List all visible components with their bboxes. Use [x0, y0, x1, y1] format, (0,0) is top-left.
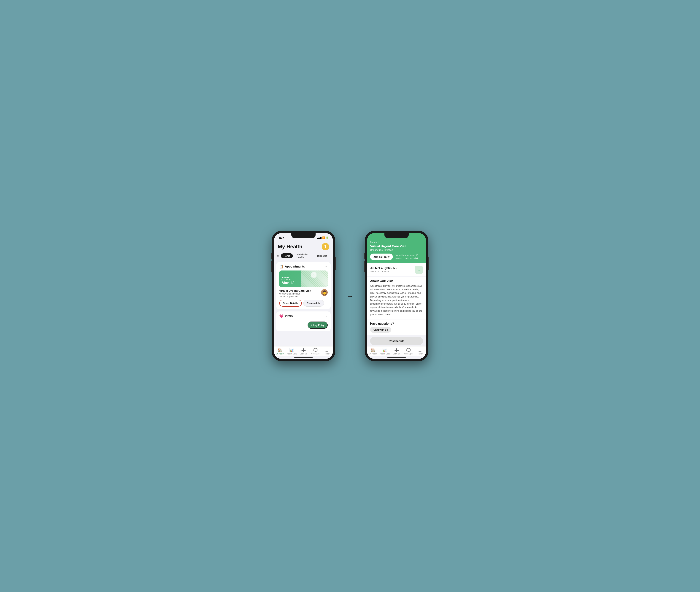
appointment-info: Virtual Urgent Care Visit Urinary tract …: [279, 289, 328, 298]
messages-icon: 💬: [313, 348, 317, 352]
detail-green-header: March 1 Virtual Urgent Care Visit Urinar…: [367, 238, 426, 263]
vitals-header: 💗 Vitals →: [279, 314, 328, 318]
tab-home[interactable]: Home: [281, 253, 293, 258]
home-icon: 🏠: [278, 348, 282, 352]
detail-visit-subtitle: Urinary tract infection: [370, 249, 423, 251]
tab-diabetes[interactable]: Diabetes: [315, 253, 330, 258]
right-nav-messages[interactable]: 💬 Messages: [402, 348, 414, 355]
appointments-header: 📋 Appointments →: [279, 264, 328, 268]
vitals-arrow-icon[interactable]: →: [325, 314, 328, 318]
detail-provider-name: Jill McLaughlin, NP: [370, 266, 397, 270]
status-time: 4:37: [279, 236, 284, 239]
detail-provider-role: Your Care Provider: [370, 270, 397, 273]
navigation-arrow: →: [346, 292, 354, 300]
appointment-date: Mar 12: [282, 281, 295, 285]
tab-metabolic-health[interactable]: Metabolic Health: [294, 252, 313, 260]
appointments-arrow-icon[interactable]: →: [325, 265, 328, 268]
battery-icon: 🔋: [326, 236, 329, 239]
provider-photo: 👩: [321, 289, 328, 296]
appointment-buttons: Show Details Reschedule: [279, 300, 328, 307]
reschedule-detail-button[interactable]: Reschedule: [370, 337, 423, 345]
arrow-container: →: [346, 292, 354, 300]
right-home-icon: 🏠: [371, 348, 375, 352]
nav-my-health-label: My Health: [276, 353, 284, 355]
nav-taylor-label: Taylor: [324, 353, 330, 355]
right-nav-health-data[interactable]: 📊 Health Data: [379, 348, 391, 355]
right-nav-messages-label: Messages: [404, 353, 412, 355]
reschedule-button[interactable]: Reschedule: [303, 300, 324, 307]
nav-messages[interactable]: 💬 Messages: [309, 348, 321, 355]
appointments-icon: 📋: [279, 264, 283, 268]
questions-card: Have questions? Chat with us: [367, 319, 426, 335]
left-phone-screen: 4:37 ▂▄▆ 🛜 🔋 My Health T ○ Ho: [274, 233, 333, 359]
vitals-title: Vitals: [285, 314, 293, 318]
appointments-title: Appointments: [285, 265, 305, 268]
right-nav-get-care-label: Get Care: [393, 353, 400, 355]
nav-taylor[interactable]: ☰ Taylor: [321, 348, 333, 355]
join-call-row: Join call early You will be able to join…: [370, 254, 423, 260]
status-icons: ▂▄▆ 🛜 🔋: [317, 236, 329, 239]
health-data-icon: 📊: [289, 348, 294, 352]
detail-visit-title: Virtual Urgent Care Visit: [370, 244, 423, 248]
right-nav-my-health[interactable]: 🏠 My Health: [367, 348, 379, 355]
right-home-indicator: [367, 356, 426, 359]
page-header: My Health T: [274, 240, 333, 252]
tab-bar: ○ Home Metabolic Health Diabetes: [274, 252, 333, 262]
right-bottom-nav: 🏠 My Health 📊 Health Data ➕ Get Care 💬 M…: [367, 346, 426, 356]
appointment-day: Sunday: [282, 276, 295, 279]
appointment-title: Virtual Urgent Care Visit: [279, 289, 311, 292]
about-visit-text: A healthcare provider will greet you ove…: [370, 284, 423, 316]
page-title: My Health: [278, 244, 302, 250]
left-screen-content: My Health T ○ Home Metabolic Health Diab…: [274, 240, 333, 346]
nav-my-health[interactable]: 🏠 My Health: [274, 348, 286, 355]
home-bar: [294, 357, 313, 358]
appointment-date-overlay: Sunday 6:00 am PDT Mar 12: [279, 275, 297, 287]
appointments-title-row: 📋 Appointments: [279, 264, 305, 268]
phone-notch: [291, 233, 315, 238]
appointments-section: 📋 Appointments → ✦ Sunday 6:00 am PDT Ma…: [276, 262, 331, 309]
appointment-logo: ✦: [311, 273, 316, 278]
get-care-icon: ➕: [301, 348, 306, 352]
provider-card: Jill McLaughlin, NP Your Care Provider ⁙: [367, 263, 426, 277]
nav-get-care[interactable]: ➕ Get Care: [298, 348, 309, 355]
right-nav-get-care[interactable]: ➕ Get Care: [391, 348, 402, 355]
nav-messages-label: Messages: [311, 353, 319, 355]
appointment-image-area: ✦ Sunday 6:00 am PDT Mar 12: [279, 270, 328, 287]
phone-notch-right: [385, 233, 409, 238]
home-indicator: [274, 356, 333, 359]
right-messages-icon: 💬: [406, 348, 411, 352]
join-call-note: You will be able to join 10 minutes prio…: [395, 254, 423, 260]
avatar[interactable]: T: [322, 243, 329, 250]
log-entry-button[interactable]: + Log Entry: [308, 322, 328, 329]
nav-health-data[interactable]: 📊 Health Data: [286, 348, 298, 355]
provider-detail-row: Jill McLaughlin, NP Your Care Provider ⁙: [370, 266, 423, 274]
chat-button[interactable]: Chat with us: [370, 327, 391, 333]
right-phone-frame: March 1 Virtual Urgent Care Visit Urinar…: [365, 231, 428, 361]
right-nav-my-health-label: My Health: [369, 353, 377, 355]
right-nav-taylor-label: Taylor: [417, 353, 422, 355]
detail-date: March 1: [370, 241, 423, 244]
right-health-data-icon: 📊: [383, 348, 387, 352]
join-call-button[interactable]: Join call early: [370, 254, 393, 260]
right-get-care-icon: ➕: [394, 348, 399, 352]
appointment-time: 6:00 am PDT: [282, 279, 295, 281]
bottom-nav: 🏠 My Health 📊 Health Data ➕ Get Care 💬 M…: [274, 346, 333, 356]
about-visit-card: About your visit A healthcare provider w…: [367, 277, 426, 319]
nav-health-data-label: Health Data: [287, 353, 297, 355]
right-taylor-icon: ☰: [418, 348, 422, 352]
detail-scroll: March 1 Virtual Urgent Care Visit Urinar…: [367, 238, 426, 346]
right-home-bar: [387, 357, 406, 358]
vitals-section: 💗 Vitals → + Log Entry: [276, 311, 331, 331]
about-visit-title: About your visit: [370, 280, 423, 283]
questions-title: Have questions?: [370, 322, 423, 326]
taylor-icon: ☰: [325, 348, 329, 352]
appointment-provider: Jill McLaughlin, NP: [279, 295, 311, 298]
right-nav-taylor[interactable]: ☰ Taylor: [414, 348, 426, 355]
vitals-icon: 💗: [279, 314, 283, 318]
wifi-icon: 🛜: [322, 236, 325, 239]
provider-avatar-detail: ⁙: [415, 266, 423, 274]
appointment-reason: Urinary tract infection: [279, 292, 311, 295]
check-icon: ○: [277, 254, 279, 258]
show-details-button[interactable]: Show Details: [279, 300, 302, 307]
nav-get-care-label: Get Care: [300, 353, 307, 355]
